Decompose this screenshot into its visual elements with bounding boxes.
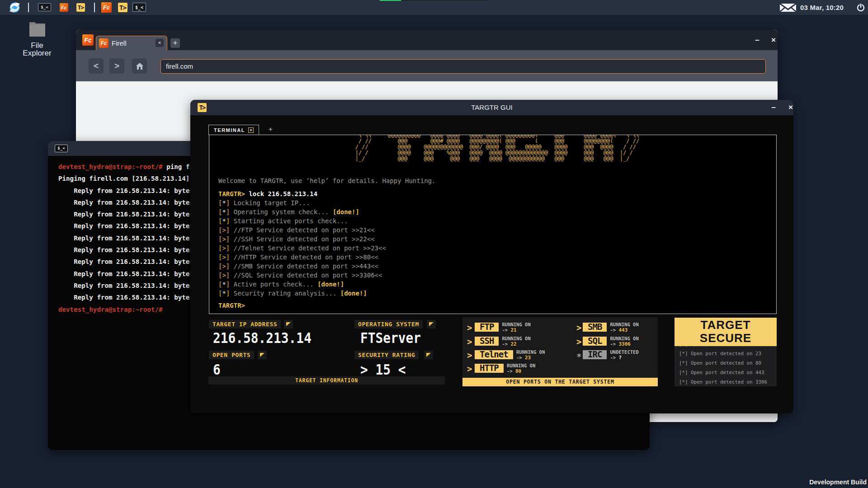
taskbar-progress-fill [380,0,401,1]
operating-system-flag-button[interactable] [427,320,436,328]
flag-icon [426,353,431,357]
security-rating-flag-button[interactable] [424,351,433,359]
browser-toolbar: < > firell.com [76,50,778,81]
browser-tab[interactable]: Fc Firell × [96,36,167,50]
port-service-http[interactable]: HTTP [475,364,504,373]
target-secure-line2: SECURE [675,332,777,345]
targtr-tab-label: TERMINAL [214,127,245,133]
open-ports-flag-button[interactable] [258,351,267,359]
taskbar-clock[interactable]: 03 Mar, 10:20 [800,0,844,15]
target-secure-line1: TARGET [675,319,777,332]
mail-icon[interactable] [780,4,796,12]
port-service-telnet[interactable]: Telnet [475,350,513,359]
browser-tab-title: Firell [112,39,127,47]
port-status-ssh: RUNNING ON-> 22 [502,336,531,347]
taskbar-divider [94,3,95,12]
targtr-titlebar[interactable]: T> TARGTR GUI – × [190,100,793,115]
port-status-sql: RUNNING ON-> 3306 [610,336,639,347]
browser-minimize-button[interactable]: – [752,30,762,50]
open-ports-label: OPEN PORTS [209,351,254,359]
security-rating-label: SECURITY RATING [354,351,419,359]
operating-system-value: FTServer [360,329,421,347]
development-build-watermark: Development Build [809,479,867,486]
open-ports-value: 6 [213,361,221,378]
target-secure-panel: TARGET SECURE [*] Open port detected on … [675,318,777,386]
port-marker-irc: * [576,352,581,361]
terminal-window-icon: $_< [55,145,68,152]
taskbar-firell-running-icon[interactable]: Fc [101,2,112,13]
open-ports-footer: OPEN PORTS ON THE TARGET SYSTEM [462,378,658,386]
security-rating-value: > 15 < [360,361,406,378]
port-status-http: RUNNING ON-> 80 [507,363,535,374]
browser-titlebar[interactable]: Fc Fc Firell × + – × [76,30,778,50]
targtr-terminal-tab[interactable]: TERMINAL × [208,125,259,135]
taskbar-progress-bar [380,0,489,1]
browser-new-tab-button[interactable]: + [170,38,180,48]
port-marker-telnet: > [467,350,472,360]
target-ip-flag-button[interactable] [284,320,293,328]
targtr-new-tab-button[interactable]: + [269,125,273,133]
target-secure-log: [*] Open port detected on 22[*] Open por… [675,346,777,386]
port-service-sql[interactable]: SQL [583,337,607,346]
power-icon[interactable] [857,4,865,12]
flag-icon [429,322,434,326]
open-ports-panel: >FTPRUNNING ON-> 21>SSHRUNNING ON-> 22>T… [462,317,658,386]
browser-forward-button[interactable]: > [109,58,124,74]
os-logo-icon[interactable] [9,2,20,13]
targtr-window: T> TARGTR GUI – × TERMINAL × + \ \\ @@@@… [190,100,793,413]
port-marker-ftp: > [467,323,472,333]
targtr-window-title: TARGTR GUI [190,100,793,115]
port-marker-sql: > [576,337,581,347]
browser-close-button[interactable]: × [769,30,778,50]
desktop-icon-label: File Explorer [17,42,57,57]
targtr-tab-close-icon[interactable]: × [248,127,254,133]
operating-system-label: OPERATING SYSTEM [354,320,423,328]
port-status-smb: RUNNING ON-> 443 [610,322,639,333]
browser-tab-close-icon[interactable]: × [156,39,164,47]
browser-home-button[interactable] [132,58,147,74]
browser-tab-favicon: Fc [99,38,108,48]
port-marker-http: > [467,364,472,374]
taskbar: $_< Fc T> Fc T> $_< 03 Mar, 10:20 [0,0,868,15]
desktop-icon-file-explorer[interactable]: File Explorer [17,20,57,57]
taskbar-targtr-icon[interactable]: T> [76,3,85,12]
taskbar-terminal-icon[interactable]: $_< [38,3,51,11]
taskbar-firell-icon[interactable]: Fc [60,3,68,12]
flag-icon [260,353,264,357]
port-service-smb[interactable]: SMB [583,323,607,332]
targtr-console[interactable]: \ \\ @@@@@@@@@@ @@@@@@@ @@@@@@@@@ @@@@@@… [209,135,777,314]
targtr-minimize-button[interactable]: – [769,100,778,115]
targtr-console-lines: Welcome to TARGTR, use ‘help’ for detail… [218,176,776,310]
target-ip-value: 216.58.213.14 [213,329,311,347]
target-secure-heading: TARGET SECURE [675,318,777,346]
targtr-ascii-banner: \ \\ @@@@@@@@@@ @@@@@@@ @@@@@@@@@ @@@@@@… [355,135,640,162]
flag-icon [286,322,291,326]
port-status-irc: UNDETECTED-> ? [610,349,639,361]
target-information-footer: TARGET INFORMATION [208,376,445,385]
browser-app-icon: Fc [82,34,94,46]
port-service-ftp[interactable]: FTP [475,323,499,332]
taskbar-divider [28,3,29,12]
targtr-close-button[interactable]: × [786,100,793,115]
port-marker-ssh: > [467,337,472,347]
target-ip-label: TARGET IP ADDRESS [209,320,281,328]
port-service-ssh[interactable]: SSH [475,337,499,346]
browser-back-button[interactable]: < [89,58,104,74]
port-marker-smb: > [576,323,581,333]
home-icon [136,62,144,70]
taskbar-targtr-running-icon[interactable]: T> [118,3,127,12]
folder-icon [29,20,46,37]
taskbar-terminal-running-icon[interactable]: $_< [132,3,146,12]
port-status-telnet: RUNNING ON-> 23 [516,349,545,361]
port-status-ftp: RUNNING ON-> 21 [502,322,531,333]
browser-url-input[interactable]: firell.com [160,59,766,74]
port-service-irc[interactable]: IRC [583,350,607,359]
